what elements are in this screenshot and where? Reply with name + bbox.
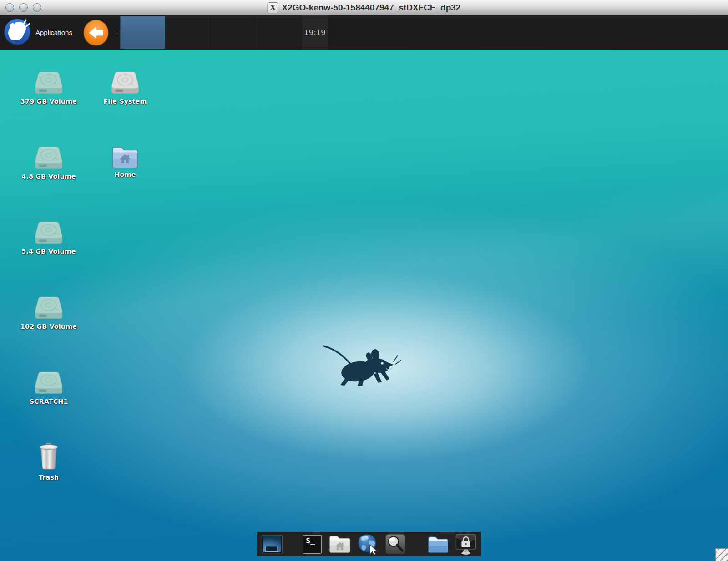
lock-screen-launcher[interactable] [455,533,477,555]
dock-panel: $_ [257,532,481,556]
desktop-icon-scratch1[interactable]: SCRATCH1 [19,371,79,406]
lock-screen-icon [455,533,477,555]
file-manager-launcher[interactable] [427,533,449,555]
desktop-icon-home[interactable]: Home [95,145,155,179]
desktop-icon-trash[interactable]: Trash [19,441,79,481]
window-resize-grip[interactable] [715,548,728,561]
hard-drive-gray-icon [110,71,140,95]
show-desktop-button[interactable] [261,533,283,555]
home-folder-icon [111,145,139,169]
desktop-icon-4-8-gb-volume[interactable]: 4.8 GB Volume [19,146,79,180]
window-controls [5,3,41,12]
app-finder-launcher[interactable] [384,533,406,555]
active-window-button[interactable] [120,16,165,49]
desktop-icon-label: 102 GB Volume [20,323,77,331]
hard-drive-icon [34,221,64,245]
applications-menu-label: Applications [35,29,72,36]
hard-drive-icon [34,296,64,321]
xfce-top-panel: Applications 19:19 [0,15,728,50]
home-folder-icon [329,534,351,554]
web-browser-launcher[interactable] [357,533,379,555]
panel-separator [328,16,329,49]
desktop-icon-file-system[interactable]: File System [95,71,155,105]
back-arrow-launcher[interactable] [83,20,109,46]
web-browser-globe-icon [357,533,379,555]
hard-drive-icon [34,146,64,170]
desktop-icon-label: SCRATCH1 [29,398,68,406]
window-title: X2GO-kenw-50-1584407947_stDXFCE_dp32 [282,3,461,13]
close-button[interactable] [5,3,14,12]
tasklist-separator [255,16,255,49]
desktop-icon-label: 4.8 GB Volume [21,173,76,180]
xfce-mouse-logo [320,340,404,387]
desktop-icon-label: File System [103,98,147,105]
window-title-area: X X2GO-kenw-50-1584407947_stDXFCE_dp32 [268,0,461,15]
desktop-icon-label: Trash [39,474,59,481]
x11-icon: X [268,2,278,13]
home-folder-launcher[interactable] [329,533,351,555]
hard-drive-icon [34,71,64,95]
trash-can-icon [38,441,59,471]
zoom-button[interactable] [33,3,41,12]
xfce-whisker-menu-icon [4,18,31,47]
desktop-icon-379-gb-volume[interactable]: 379 GB Volume [19,71,79,105]
hard-drive-icon [34,371,64,396]
desktop: 379 GB Volume File System 4.8 GB Volume … [0,50,728,561]
show-desktop-icon [261,534,283,554]
tasklist-grip [114,30,118,34]
app-finder-magnifier-icon [385,534,406,555]
window-titlebar[interactable]: X X2GO-kenw-50-1584407947_stDXFCE_dp32 [0,0,728,15]
desktop-icon-label: 379 GB Volume [20,98,77,105]
panel-clock[interactable]: 19:19 [302,15,328,50]
minimize-button[interactable] [19,3,28,12]
desktop-icon-5-4-gb-volume[interactable]: 5.4 GB Volume [19,221,79,255]
blue-folder-icon [427,534,449,554]
tasklist-empty-area [165,15,302,50]
desktop-icon-102-gb-volume[interactable]: 102 GB Volume [19,296,79,331]
terminal-icon: $_ [303,535,322,554]
x2go-session-window: X X2GO-kenw-50-1584407947_stDXFCE_dp32 A… [0,0,728,561]
tasklist-separator [210,16,210,49]
desktop-icon-label: 5.4 GB Volume [21,248,76,255]
orange-back-arrow-icon [83,40,109,47]
applications-menu-button[interactable]: Applications [0,15,76,50]
desktop-icon-label: Home [114,171,136,179]
terminal-launcher[interactable]: $_ [301,533,323,555]
